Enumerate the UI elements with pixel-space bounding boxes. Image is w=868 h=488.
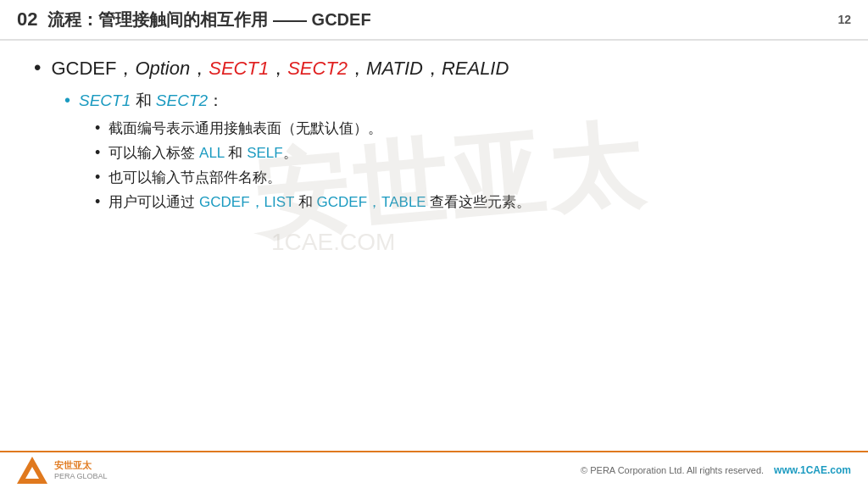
bullet-dot-l2: • <box>64 91 70 110</box>
bullet-l3-2-text: 可以输入标签 ALL 和 SELF。 <box>108 143 297 163</box>
text-period1: 。 <box>283 145 298 161</box>
text-all: ALL <box>199 145 225 161</box>
text-he: 和 <box>131 92 156 109</box>
logo-company-cn: 安世亚太 <box>54 460 108 471</box>
text-sect1-l2: SECT1 <box>79 92 131 109</box>
text-gcdef-list: GCDEF，LIST <box>199 194 294 210</box>
text-comma2: ， <box>269 58 287 79</box>
text-gcdef: GCDEF， <box>51 58 135 79</box>
text-input-label: 可以输入标签 <box>108 145 199 161</box>
text-colon: ： <box>208 92 224 109</box>
bullet-l2-text: SECT1 和 SECT2： <box>79 90 224 112</box>
footer-url: www.1CAE.com <box>774 464 851 476</box>
logo-company-en: PERA GLOBAL <box>54 472 108 480</box>
text-option: Option <box>135 58 190 79</box>
text-realid: REALID <box>442 58 509 79</box>
footer-copyright: © PERA Corporation Ltd. All rights reser… <box>108 465 765 475</box>
bullet-dot-l3-3: • <box>95 169 100 186</box>
bullet-l1-text: GCDEF，Option，SECT1，SECT2，MATID，REALID <box>51 56 509 81</box>
logo-text-block: 安世亚太 PERA GLOBAL <box>54 460 108 480</box>
bullet-level3-1: • 截面编号表示通用接触表面（无默认值）。 <box>95 119 834 138</box>
watermark-sub: 1CAE.COM <box>271 229 395 256</box>
text-and2: 和 <box>294 194 316 210</box>
bullet-level2: • SECT1 和 SECT2： <box>64 90 834 112</box>
text-sect1: SECT1 <box>209 58 269 79</box>
logo-triangle-inner <box>25 467 39 479</box>
text-gcdef-table: GCDEF，TABLE <box>317 194 426 210</box>
footer: 安世亚太 PERA GLOBAL © PERA Corporation Ltd.… <box>0 451 868 488</box>
footer-logo: 安世亚太 PERA GLOBAL <box>17 457 108 484</box>
bullet-l3-3-text: 也可以输入节点部件名称。 <box>108 168 281 187</box>
bullet-level3-4: • 用户可以通过 GCDEF，LIST 和 GCDEF，TABLE 查看这些元素… <box>95 192 834 212</box>
text-comma1: ， <box>190 58 209 79</box>
bullet-l3-1-text: 截面编号表示通用接触表面（无默认值）。 <box>108 119 382 138</box>
text-comma4: ， <box>423 58 442 79</box>
text-matid: MATID <box>366 58 423 79</box>
text-and: 和 <box>225 145 247 161</box>
bullet-dot-l1: • <box>34 56 41 80</box>
main-content: • GCDEF，Option，SECT1，SECT2，MATID，REALID … <box>0 41 868 225</box>
text-user-via: 用户可以通过 <box>108 194 199 210</box>
text-view: 查看这些元素。 <box>426 194 531 210</box>
bullet-level1: • GCDEF，Option，SECT1，SECT2，MATID，REALID <box>34 56 834 81</box>
bullet-level3-3: • 也可以输入节点部件名称。 <box>95 168 834 187</box>
bullet-l3-4-text: 用户可以通过 GCDEF，LIST 和 GCDEF，TABLE 查看这些元素。 <box>108 192 531 212</box>
bullet-dot-l3-2: • <box>95 144 100 162</box>
page-number: 12 <box>837 13 851 26</box>
bullet-dot-l3-1: • <box>95 119 100 137</box>
text-comma3: ， <box>348 58 366 79</box>
text-self: SELF <box>247 145 283 161</box>
bullet-level3-2: • 可以输入标签 ALL 和 SELF。 <box>95 143 834 163</box>
slide-title: 流程：管理接触间的相互作用 —— GCDEF <box>47 8 837 31</box>
bullet-dot-l3-4: • <box>95 193 100 211</box>
text-sect2-l2: SECT2 <box>156 92 208 109</box>
slide-number-prefix: 02 <box>17 8 37 30</box>
text-sect2: SECT2 <box>287 58 348 79</box>
header: 02 流程：管理接触间的相互作用 —— GCDEF 12 <box>0 0 868 41</box>
logo-shape <box>17 457 47 484</box>
